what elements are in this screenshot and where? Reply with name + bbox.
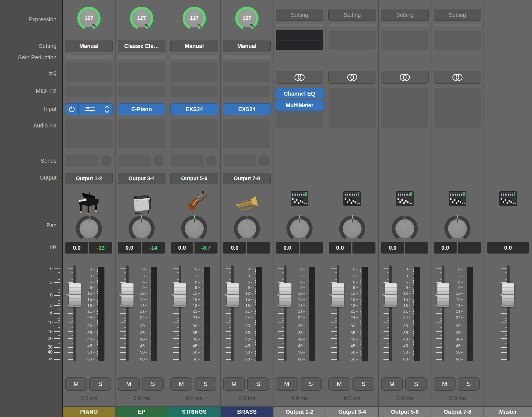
fader-handle[interactable] [121,283,134,307]
db-peak-display[interactable]: -8.7 [195,242,218,254]
channel-name[interactable]: BRASS [221,406,273,417]
db-peak-display[interactable]: -13 [89,242,112,254]
pan-knob[interactable] [444,216,470,242]
mute-button[interactable]: M [223,377,245,391]
db-peak-display[interactable] [405,242,428,254]
output-routing-button[interactable]: Output 1-2 [65,173,113,184]
fader-handle[interactable] [385,283,397,307]
db-display[interactable]: 0.0 [381,242,404,254]
setting-button[interactable]: Setting [328,9,376,21]
send-level-knob[interactable] [153,155,164,166]
stereo-format-button[interactable] [328,71,376,84]
solo-button[interactable]: S [142,377,164,391]
db-display[interactable]: 0.0 [329,242,351,254]
mute-button[interactable]: M [381,377,403,391]
db-display[interactable]: 0.0 [223,242,246,254]
solo-button[interactable]: S [247,377,269,391]
db-peak-display[interactable] [352,242,375,254]
setting-button[interactable]: Manual [223,40,271,52]
fader-track[interactable] [73,265,76,361]
setting-button[interactable]: Manual [65,40,113,52]
fader-handle[interactable] [174,283,186,307]
setting-button[interactable]: Classic Ele… [118,40,165,52]
channel-name[interactable]: EP [116,406,168,417]
stereo-format-button[interactable] [276,71,323,84]
db-display[interactable]: 0.0 [434,242,457,254]
input-instrument-button[interactable]: E-Piano [118,103,165,115]
pan-knob[interactable] [287,216,313,242]
plugin-button-channel-eq[interactable]: Channel EQ [275,88,324,99]
fader-handle[interactable] [69,283,81,307]
output-routing-button[interactable]: Output 5-6 [170,173,218,184]
db-peak-display[interactable] [300,242,323,254]
solo-button[interactable]: S [458,377,480,391]
setting-button[interactable]: Setting [276,9,323,21]
solo-button[interactable]: S [89,377,111,391]
db-peak-display[interactable] [247,242,270,254]
stereo-format-button[interactable] [434,71,481,84]
fader-handle[interactable] [227,283,239,307]
setting-button[interactable]: Setting [434,9,481,21]
pan-knob[interactable] [76,216,102,242]
fader-track[interactable] [507,265,510,361]
mute-button[interactable]: M [118,377,140,391]
channel-name[interactable]: Output 3-4 [326,406,378,417]
fader-handle[interactable] [332,283,344,307]
output-routing-button[interactable]: Output 3-4 [118,173,165,184]
fader-track[interactable] [389,265,392,361]
solo-button[interactable]: S [195,377,216,391]
db-display[interactable]: 0.0 [487,242,529,254]
plugin-button-multimeter[interactable]: MultiMeter [275,100,324,111]
expression-knob[interactable]: 127 [183,7,206,30]
send-slot[interactable] [223,155,257,167]
fader-track[interactable] [442,265,444,361]
mute-button[interactable]: M [276,377,298,391]
eq-thumbnail[interactable] [276,30,323,50]
db-display[interactable]: 0.0 [118,242,141,254]
pan-knob[interactable] [392,216,418,242]
channel-name[interactable]: PIANO [63,406,115,417]
fader-track[interactable] [284,265,287,361]
mute-button[interactable]: M [65,377,87,391]
send-level-knob[interactable] [206,155,217,166]
send-level-knob[interactable] [259,155,270,166]
input-sliders-button[interactable] [78,104,101,115]
channel-name[interactable]: Output 1-2 [273,406,326,417]
fader-track[interactable] [337,265,339,361]
pan-knob[interactable] [129,216,155,242]
fader-track[interactable] [179,265,181,361]
channel-name[interactable]: Master [484,406,532,417]
db-display[interactable]: 0.0 [276,242,299,254]
send-slot[interactable] [118,155,151,167]
pan-knob[interactable] [339,216,365,242]
solo-button[interactable]: S [300,377,322,391]
db-display[interactable]: 0.0 [171,242,193,254]
expression-knob[interactable]: 127 [130,7,153,30]
send-slot[interactable] [65,155,99,167]
input-power-button[interactable] [65,104,78,115]
channel-name[interactable]: STRINGS [168,406,220,417]
pan-knob[interactable] [181,216,207,242]
input-instrument-button[interactable]: EXS24 [223,103,271,115]
output-routing-button[interactable]: Output 7-8 [223,173,271,184]
fader-track[interactable] [126,265,129,361]
channel-name[interactable]: Output 7-8 [431,406,484,417]
mute-button[interactable]: M [434,377,456,391]
fader-track[interactable] [231,265,234,361]
input-instrument-button[interactable]: EXS24 [170,103,218,115]
setting-button[interactable]: Setting [381,9,429,21]
expression-knob[interactable]: 127 [235,7,259,30]
setting-button[interactable]: Manual [170,40,218,52]
db-peak-display[interactable] [458,242,481,254]
expression-knob[interactable]: 127 [77,7,101,30]
db-display[interactable]: 0.0 [65,242,88,254]
send-level-knob[interactable] [101,155,112,166]
mute-button[interactable]: M [170,377,192,391]
fader-handle[interactable] [279,283,291,307]
fader-handle[interactable] [502,283,514,307]
send-slot[interactable] [171,155,204,167]
pan-knob[interactable] [234,216,260,242]
input-selector-button[interactable] [101,104,112,115]
solo-button[interactable]: S [352,377,374,391]
db-peak-display[interactable]: -14 [142,242,165,254]
